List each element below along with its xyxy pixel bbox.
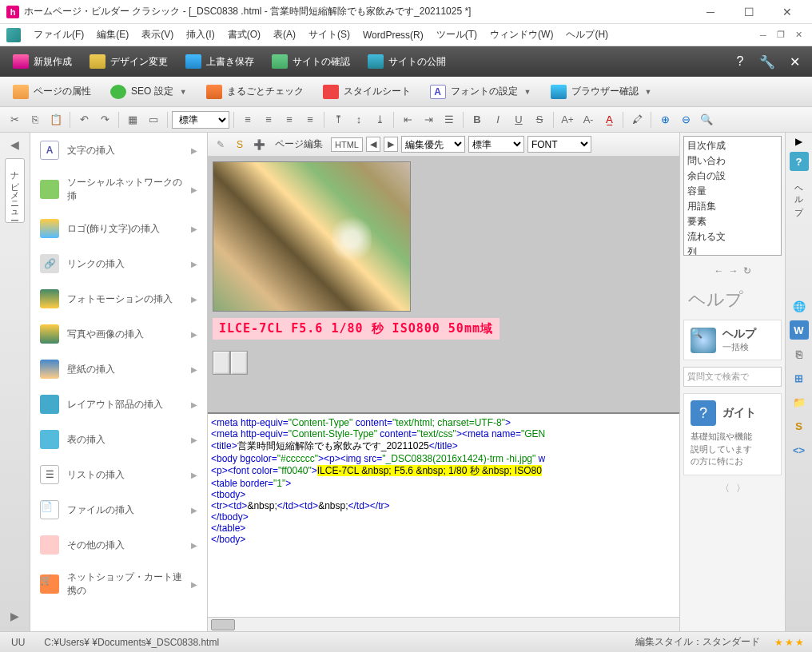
mdi-minimize-icon[interactable]: ─	[756, 28, 770, 42]
table-preview[interactable]	[213, 351, 675, 375]
menu-insert[interactable]: 挿入(I)	[181, 26, 219, 44]
horizontal-scrollbar[interactable]	[208, 617, 679, 631]
nav-refresh-icon[interactable]: ↻	[743, 265, 751, 276]
valign-mid-icon[interactable]: ↕	[349, 110, 368, 129]
insert-image[interactable]: 写真や画像の挿入▶	[30, 316, 207, 352]
copy-icon[interactable]: ⎘	[26, 110, 45, 129]
redo-icon[interactable]: ↷	[95, 110, 114, 129]
zoom-in-icon[interactable]: ⊕	[655, 110, 675, 129]
save-button[interactable]: 上書き保存	[177, 51, 262, 72]
font-select[interactable]: FONT	[527, 136, 591, 153]
pager-next-icon[interactable]: 〉	[736, 482, 746, 495]
menu-wordpress[interactable]: WordPress(R)	[358, 27, 428, 43]
design-change-button[interactable]: デザイン変更	[82, 51, 176, 72]
insert-layout[interactable]: レイアウト部品の挿入▶	[30, 387, 207, 422]
strip-right-icon[interactable]: ▶	[6, 607, 24, 625]
stylesheet-button[interactable]: スタイルシート	[315, 82, 419, 102]
align-justify-icon[interactable]: ≡	[301, 110, 320, 129]
insert-wallpaper[interactable]: 壁紙の挿入▶	[30, 352, 207, 387]
rstrip-right-icon[interactable]: ▶	[795, 136, 802, 147]
wrench-icon[interactable]: 🔧	[754, 50, 780, 73]
w-icon[interactable]: W	[790, 320, 809, 340]
maximize-button[interactable]: ☐	[730, 1, 767, 23]
nav-fwd-icon[interactable]: →	[729, 265, 738, 276]
menu-tool[interactable]: ツール(T)	[432, 26, 482, 44]
mdi-close-icon[interactable]: ✕	[791, 28, 806, 42]
tab-next[interactable]: ▶	[384, 137, 398, 152]
indent-inc-icon[interactable]: ⇥	[419, 110, 438, 129]
code-icon[interactable]: <>	[790, 440, 809, 459]
valign-bot-icon[interactable]: ⤓	[370, 110, 389, 129]
help-tab-icon[interactable]: ?	[790, 152, 809, 171]
cut-icon[interactable]: ✂	[5, 110, 24, 129]
page-properties-button[interactable]: ページの属性	[5, 82, 99, 102]
tag-icon[interactable]: ⊞	[790, 368, 809, 388]
menu-help[interactable]: ヘルプ(H)	[561, 26, 613, 44]
preview-pane[interactable]: ILCE-7CL F5.6 1/80 秒 ISO800 50mm域	[208, 157, 679, 412]
insert-list[interactable]: ☰リストの挿入▶	[30, 457, 207, 492]
browser-check-button[interactable]: ブラウザー確認▼	[543, 82, 660, 102]
close-toolbar-icon[interactable]: ✕	[782, 50, 807, 73]
view-select[interactable]: 標準	[468, 136, 524, 153]
nav-menu-tab[interactable]: ナビメニュー	[5, 158, 25, 223]
pager-prev-icon[interactable]: 〈	[720, 482, 730, 495]
mdi-restore-icon[interactable]: ❐	[774, 28, 788, 42]
menu-view[interactable]: 表示(V)	[137, 26, 178, 44]
help-search-input[interactable]: 質問文で検索で	[683, 367, 782, 387]
minimize-button[interactable]: ─	[692, 1, 729, 23]
folder-icon[interactable]: 📁	[790, 392, 809, 411]
menu-edit[interactable]: 編集(E)	[92, 26, 133, 44]
html-tab[interactable]: HTML	[331, 137, 363, 152]
highlight-icon[interactable]: 🖍	[627, 110, 647, 129]
site-publish-button[interactable]: サイトの公開	[360, 51, 454, 72]
undo-icon[interactable]: ↶	[74, 110, 94, 129]
insert-social[interactable]: ソーシャルネットワークの挿▶	[30, 168, 207, 211]
align-right-icon[interactable]: ≡	[280, 110, 299, 129]
list-icon[interactable]: ☰	[440, 110, 459, 129]
bold-icon[interactable]: B	[468, 110, 487, 129]
edit-priority-select[interactable]: 編集優先	[401, 136, 465, 153]
nav-back-icon[interactable]: ←	[714, 265, 724, 276]
font-settings-button[interactable]: Aフォントの設定▼	[422, 82, 539, 102]
seo-settings-button[interactable]: SEO 設定▼	[102, 82, 195, 102]
menu-site[interactable]: サイト(S)	[304, 26, 355, 44]
align-left-icon[interactable]: ≡	[238, 110, 257, 129]
whole-check-button[interactable]: まるごとチェック	[198, 82, 312, 102]
italic-icon[interactable]: I	[488, 110, 508, 129]
image-caption[interactable]: ILCE-7CL F5.6 1/80 秒 ISO800 50mm域	[213, 318, 500, 340]
strike-icon[interactable]: S	[530, 110, 549, 129]
insert-shop[interactable]: 🛒ネットショップ・カート連携の▶	[30, 563, 207, 606]
outline-list[interactable]: 目次作成問い合わ余白の設容量用語集要素流れる文列	[683, 136, 782, 256]
underline-icon[interactable]: U	[509, 110, 528, 129]
indent-dec-icon[interactable]: ⇤	[398, 110, 417, 129]
tab-prev[interactable]: ◀	[366, 137, 380, 152]
zoom-out-icon[interactable]: ⊖	[676, 110, 695, 129]
align-center-icon[interactable]: ≡	[259, 110, 278, 129]
font-dec-icon[interactable]: A-	[579, 110, 598, 129]
insert-table[interactable]: 表の挿入▶	[30, 422, 207, 457]
menu-icon[interactable]	[6, 28, 21, 42]
close-button[interactable]: ✕	[769, 1, 806, 23]
zoom-fit-icon[interactable]: 🔍	[697, 110, 716, 129]
insert-text[interactable]: A文字の挿入▶	[30, 133, 207, 168]
new-button[interactable]: 新規作成	[5, 51, 80, 72]
plus-icon[interactable]: ➕	[251, 137, 267, 153]
help-vtab[interactable]: ヘルプ	[790, 176, 807, 215]
s-badge-icon[interactable]: S	[790, 416, 809, 435]
source-pane[interactable]: <meta http-equiv="Content-Type" content=…	[208, 412, 679, 617]
insert-logo[interactable]: ロゴ(飾り文字)の挿入▶	[30, 211, 207, 246]
strip-left-icon[interactable]: ◀	[6, 136, 24, 153]
insert-link[interactable]: 🔗リンクの挿入▶	[30, 246, 207, 281]
valign-top-icon[interactable]: ⤒	[328, 110, 348, 129]
guide-card[interactable]: ?ガイト 基礎知識や機能 説明しています の方に特にお	[683, 393, 782, 475]
marker-icon[interactable]: ✎	[213, 137, 229, 153]
insert-file[interactable]: 📄ファイルの挿入▶	[30, 492, 207, 527]
font-color-icon[interactable]: A̲	[599, 110, 619, 129]
menu-format[interactable]: 書式(O)	[223, 26, 265, 44]
grid-icon[interactable]: ▦	[123, 110, 142, 129]
help-icon[interactable]: ?	[727, 50, 753, 73]
font-inc-icon[interactable]: A+	[558, 110, 577, 129]
copy2-icon[interactable]: ⎘	[790, 344, 809, 364]
help-search-card[interactable]: 🔍ヘルプ一括検	[683, 320, 782, 360]
menu-table[interactable]: 表(A)	[269, 26, 301, 44]
